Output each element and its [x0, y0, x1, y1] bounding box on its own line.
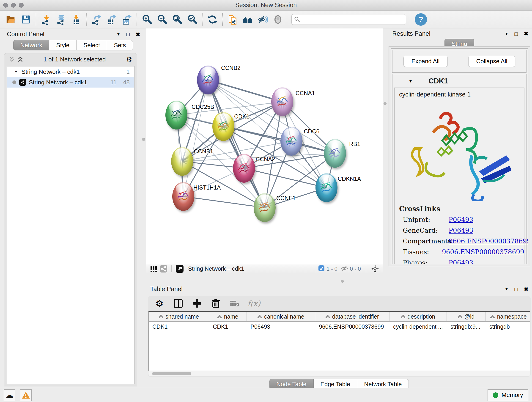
help-button[interactable]: ?	[415, 13, 427, 26]
table-options-gear-button[interactable]: ⚙	[153, 298, 165, 309]
export-image-button[interactable]	[119, 12, 134, 27]
network-canvas[interactable]: CCNB2CCNA1CDC25BCDK1CDC6RB1CCNB1CCNA2CDK…	[146, 28, 383, 264]
table-cell[interactable]: P06493	[247, 323, 315, 330]
column-header-canonical-name[interactable]: canonical name	[247, 312, 315, 321]
crosslink-link[interactable]: 9606.ENSP00000378699	[449, 237, 528, 245]
expand-all-networks-button[interactable]	[18, 56, 23, 62]
column-header-shared-name[interactable]: shared name	[149, 312, 209, 321]
birds-eye-view-button[interactable]	[370, 265, 380, 273]
add-column-button[interactable]	[191, 298, 203, 309]
table-cell[interactable]: 9606.ENSP00000378699	[315, 323, 389, 330]
network-node-hist1h1a[interactable]	[172, 182, 194, 211]
import-table-file-button[interactable]	[69, 12, 84, 27]
grid-view-button[interactable]	[149, 265, 158, 272]
import-network-database-button[interactable]	[54, 12, 69, 27]
right-splitter-handle[interactable]	[384, 102, 386, 105]
detach-view-button[interactable]	[174, 265, 185, 273]
protein-thumbnail	[216, 119, 230, 133]
open-session-button[interactable]	[3, 12, 18, 27]
table-cell[interactable]: CDK1	[209, 323, 247, 330]
column-header-at-id[interactable]: @id	[447, 312, 486, 321]
trash-icon	[212, 299, 220, 308]
zoom-in-button[interactable]	[139, 12, 154, 27]
collection-name: String Network – cdk1	[22, 68, 80, 75]
table-row[interactable]: CDK1CDK1P064939606.ENSP00000378699cyclin…	[149, 322, 530, 332]
tab-style[interactable]: Style	[49, 40, 76, 51]
gene-collapse-icon[interactable]: ▼	[409, 79, 413, 84]
network-node-ccnb2[interactable]	[197, 65, 219, 95]
tab-select[interactable]: Select	[76, 40, 107, 51]
panel-menu-button[interactable]: ▼	[505, 32, 509, 36]
network-node-rb1[interactable]	[324, 139, 346, 168]
table-cell[interactable]: cyclin-dependent ...	[389, 323, 447, 330]
double-chevron-down-icon	[9, 56, 14, 62]
column-header-name[interactable]: name	[209, 312, 247, 321]
panel-close-button[interactable]: ✖	[136, 31, 140, 38]
export-network-button[interactable]	[89, 12, 104, 27]
delete-table-icon	[230, 300, 239, 307]
panel-menu-button[interactable]: ▼	[505, 287, 509, 292]
left-splitter-handle[interactable]	[142, 138, 145, 141]
table-cell[interactable]: CDK1	[149, 323, 209, 330]
network-row[interactable]: String Network – cdk1 11 48	[7, 77, 134, 88]
crosslink-link[interactable]: 9606.ENSP00000378699	[442, 248, 524, 256]
panel-close-button[interactable]: ✖	[524, 286, 528, 293]
tab-sets[interactable]: Sets	[107, 40, 133, 51]
table-cell[interactable]: stringdb:9...	[447, 323, 486, 330]
footer-separator	[367, 265, 367, 272]
network-node-ccna2[interactable]	[233, 154, 255, 183]
collapse-all-button[interactable]: Collapse All	[468, 56, 515, 67]
warnings-button[interactable]	[20, 389, 32, 401]
hide-graphics-details-button[interactable]	[255, 12, 270, 27]
search-input[interactable]	[302, 15, 404, 24]
panel-float-button[interactable]: □	[514, 286, 518, 293]
column-header-namespace[interactable]: namespace	[486, 312, 530, 321]
network-node-cdc6[interactable]	[280, 127, 302, 156]
zoom-fit-button[interactable]	[170, 12, 185, 27]
crosslink-link[interactable]: P06493	[449, 259, 473, 264]
scrollbar-thumb[interactable]	[152, 372, 191, 375]
network-node-ccna1[interactable]	[271, 87, 293, 116]
network-node-ccnb1[interactable]	[171, 147, 193, 176]
refresh-view-button[interactable]	[205, 12, 220, 27]
network-view-toolbar: String Network – cdk1 1 - 0 0 - 0	[146, 264, 383, 273]
delete-column-button[interactable]	[210, 298, 222, 309]
network-options-gear-button[interactable]: ⚙	[126, 56, 132, 64]
panel-close-button[interactable]: ✖	[524, 31, 528, 37]
network-node-cdk1[interactable]	[212, 112, 234, 141]
panel-float-button[interactable]: □	[514, 31, 518, 37]
export-table-button[interactable]	[104, 12, 119, 27]
duplicate-network-button[interactable]	[225, 12, 240, 27]
network-node-cdc25b[interactable]	[165, 101, 187, 129]
collapse-all-networks-button[interactable]	[9, 56, 14, 62]
zoom-selected-button[interactable]	[185, 12, 200, 27]
results-panel-title: Results Panel	[392, 30, 431, 37]
crosslink-link[interactable]: P06493	[449, 216, 473, 223]
network-node-ccne1[interactable]	[254, 193, 276, 222]
column-header-database-identifier[interactable]: database identifier	[315, 312, 389, 321]
zoom-out-button[interactable]	[154, 12, 170, 27]
tree-expander-icon[interactable]: ▼	[14, 70, 18, 74]
bottom-splitter-handle[interactable]	[341, 280, 344, 283]
network-collection-row[interactable]: ▼ String Network – cdk1 1	[7, 66, 134, 77]
show-columns-button[interactable]	[172, 298, 184, 309]
cloud-button[interactable]: ☁	[4, 389, 15, 401]
network-node-cdkn1a[interactable]	[316, 173, 337, 202]
memory-button[interactable]: Memory	[488, 389, 528, 401]
tab-network[interactable]: Network	[13, 40, 49, 51]
horizontal-scrollbar[interactable]	[148, 371, 530, 376]
panel-float-button[interactable]: □	[126, 31, 130, 38]
network-view-share-button[interactable]	[158, 265, 169, 273]
houses-icon-button[interactable]	[240, 12, 255, 27]
crosslink-link[interactable]: P06493	[449, 227, 473, 234]
table-cell[interactable]: stringdb	[486, 323, 530, 330]
double-chevron-up-icon	[18, 56, 23, 62]
panel-menu-button[interactable]: ▼	[117, 32, 120, 37]
expand-all-button[interactable]: Expand All	[404, 56, 448, 67]
network-view: CCNB2CCNA1CDC25BCDK1CDC6RB1CCNB1CCNA2CDK…	[146, 28, 383, 273]
column-header-description[interactable]: description	[389, 312, 447, 321]
selected-checkbox[interactable]	[318, 265, 325, 273]
show-graphics-details-button[interactable]	[270, 12, 285, 27]
import-network-file-button[interactable]	[38, 12, 54, 27]
save-session-button[interactable]	[18, 12, 33, 27]
